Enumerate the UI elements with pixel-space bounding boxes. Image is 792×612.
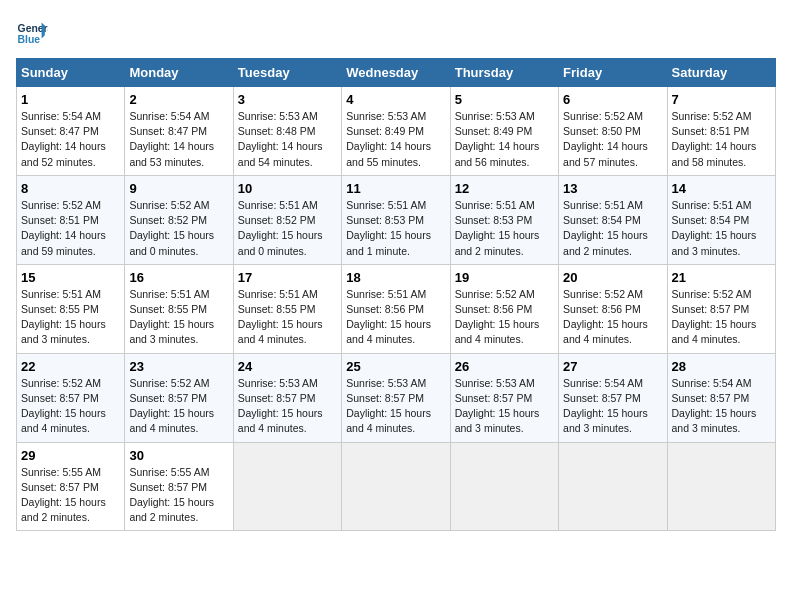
calendar-cell: 26Sunrise: 5:53 AMSunset: 8:57 PMDayligh… (450, 353, 558, 442)
calendar-cell: 21Sunrise: 5:52 AMSunset: 8:57 PMDayligh… (667, 264, 775, 353)
day-number: 30 (129, 448, 228, 463)
page-header: General Blue (16, 16, 776, 48)
day-info: Sunrise: 5:51 AMSunset: 8:52 PMDaylight:… (238, 198, 337, 259)
day-number: 14 (672, 181, 771, 196)
day-info: Sunrise: 5:54 AMSunset: 8:47 PMDaylight:… (21, 109, 120, 170)
day-info: Sunrise: 5:53 AMSunset: 8:57 PMDaylight:… (346, 376, 445, 437)
calendar-cell (559, 442, 667, 531)
logo: General Blue (16, 16, 54, 48)
day-info: Sunrise: 5:51 AMSunset: 8:53 PMDaylight:… (455, 198, 554, 259)
day-info: Sunrise: 5:53 AMSunset: 8:48 PMDaylight:… (238, 109, 337, 170)
day-number: 23 (129, 359, 228, 374)
day-number: 2 (129, 92, 228, 107)
calendar-cell: 27Sunrise: 5:54 AMSunset: 8:57 PMDayligh… (559, 353, 667, 442)
day-number: 22 (21, 359, 120, 374)
day-number: 5 (455, 92, 554, 107)
calendar-cell: 13Sunrise: 5:51 AMSunset: 8:54 PMDayligh… (559, 175, 667, 264)
day-number: 28 (672, 359, 771, 374)
day-info: Sunrise: 5:51 AMSunset: 8:55 PMDaylight:… (21, 287, 120, 348)
calendar-cell: 8Sunrise: 5:52 AMSunset: 8:51 PMDaylight… (17, 175, 125, 264)
day-info: Sunrise: 5:53 AMSunset: 8:57 PMDaylight:… (238, 376, 337, 437)
calendar-cell: 17Sunrise: 5:51 AMSunset: 8:55 PMDayligh… (233, 264, 341, 353)
day-number: 25 (346, 359, 445, 374)
logo-icon: General Blue (16, 16, 48, 48)
calendar-week-2: 8Sunrise: 5:52 AMSunset: 8:51 PMDaylight… (17, 175, 776, 264)
calendar-cell: 22Sunrise: 5:52 AMSunset: 8:57 PMDayligh… (17, 353, 125, 442)
calendar-cell: 12Sunrise: 5:51 AMSunset: 8:53 PMDayligh… (450, 175, 558, 264)
day-number: 27 (563, 359, 662, 374)
day-number: 20 (563, 270, 662, 285)
day-info: Sunrise: 5:51 AMSunset: 8:55 PMDaylight:… (238, 287, 337, 348)
day-info: Sunrise: 5:53 AMSunset: 8:49 PMDaylight:… (346, 109, 445, 170)
day-info: Sunrise: 5:51 AMSunset: 8:53 PMDaylight:… (346, 198, 445, 259)
day-number: 8 (21, 181, 120, 196)
col-header-friday: Friday (559, 59, 667, 87)
calendar-table: SundayMondayTuesdayWednesdayThursdayFrid… (16, 58, 776, 531)
day-number: 10 (238, 181, 337, 196)
day-info: Sunrise: 5:53 AMSunset: 8:49 PMDaylight:… (455, 109, 554, 170)
day-number: 19 (455, 270, 554, 285)
day-number: 15 (21, 270, 120, 285)
day-info: Sunrise: 5:53 AMSunset: 8:57 PMDaylight:… (455, 376, 554, 437)
day-info: Sunrise: 5:54 AMSunset: 8:47 PMDaylight:… (129, 109, 228, 170)
day-info: Sunrise: 5:52 AMSunset: 8:57 PMDaylight:… (672, 287, 771, 348)
day-info: Sunrise: 5:54 AMSunset: 8:57 PMDaylight:… (672, 376, 771, 437)
day-number: 7 (672, 92, 771, 107)
calendar-week-3: 15Sunrise: 5:51 AMSunset: 8:55 PMDayligh… (17, 264, 776, 353)
day-info: Sunrise: 5:52 AMSunset: 8:52 PMDaylight:… (129, 198, 228, 259)
day-number: 11 (346, 181, 445, 196)
calendar-cell: 7Sunrise: 5:52 AMSunset: 8:51 PMDaylight… (667, 87, 775, 176)
day-number: 12 (455, 181, 554, 196)
calendar-cell: 11Sunrise: 5:51 AMSunset: 8:53 PMDayligh… (342, 175, 450, 264)
calendar-cell: 18Sunrise: 5:51 AMSunset: 8:56 PMDayligh… (342, 264, 450, 353)
day-info: Sunrise: 5:54 AMSunset: 8:57 PMDaylight:… (563, 376, 662, 437)
day-info: Sunrise: 5:52 AMSunset: 8:57 PMDaylight:… (21, 376, 120, 437)
day-number: 21 (672, 270, 771, 285)
day-number: 4 (346, 92, 445, 107)
col-header-sunday: Sunday (17, 59, 125, 87)
day-number: 29 (21, 448, 120, 463)
svg-text:Blue: Blue (18, 34, 41, 45)
day-info: Sunrise: 5:55 AMSunset: 8:57 PMDaylight:… (129, 465, 228, 526)
day-info: Sunrise: 5:51 AMSunset: 8:55 PMDaylight:… (129, 287, 228, 348)
calendar-cell: 14Sunrise: 5:51 AMSunset: 8:54 PMDayligh… (667, 175, 775, 264)
calendar-cell: 16Sunrise: 5:51 AMSunset: 8:55 PMDayligh… (125, 264, 233, 353)
calendar-cell (342, 442, 450, 531)
calendar-week-1: 1Sunrise: 5:54 AMSunset: 8:47 PMDaylight… (17, 87, 776, 176)
day-number: 16 (129, 270, 228, 285)
calendar-cell: 1Sunrise: 5:54 AMSunset: 8:47 PMDaylight… (17, 87, 125, 176)
day-number: 24 (238, 359, 337, 374)
day-number: 9 (129, 181, 228, 196)
day-info: Sunrise: 5:51 AMSunset: 8:54 PMDaylight:… (672, 198, 771, 259)
day-number: 18 (346, 270, 445, 285)
calendar-cell: 28Sunrise: 5:54 AMSunset: 8:57 PMDayligh… (667, 353, 775, 442)
calendar-cell: 30Sunrise: 5:55 AMSunset: 8:57 PMDayligh… (125, 442, 233, 531)
calendar-cell: 6Sunrise: 5:52 AMSunset: 8:50 PMDaylight… (559, 87, 667, 176)
calendar-cell: 23Sunrise: 5:52 AMSunset: 8:57 PMDayligh… (125, 353, 233, 442)
day-info: Sunrise: 5:51 AMSunset: 8:54 PMDaylight:… (563, 198, 662, 259)
calendar-cell: 3Sunrise: 5:53 AMSunset: 8:48 PMDaylight… (233, 87, 341, 176)
calendar-cell: 2Sunrise: 5:54 AMSunset: 8:47 PMDaylight… (125, 87, 233, 176)
col-header-tuesday: Tuesday (233, 59, 341, 87)
day-number: 3 (238, 92, 337, 107)
calendar-cell: 20Sunrise: 5:52 AMSunset: 8:56 PMDayligh… (559, 264, 667, 353)
calendar-cell: 15Sunrise: 5:51 AMSunset: 8:55 PMDayligh… (17, 264, 125, 353)
day-info: Sunrise: 5:52 AMSunset: 8:56 PMDaylight:… (455, 287, 554, 348)
calendar-cell: 24Sunrise: 5:53 AMSunset: 8:57 PMDayligh… (233, 353, 341, 442)
day-info: Sunrise: 5:52 AMSunset: 8:56 PMDaylight:… (563, 287, 662, 348)
col-header-thursday: Thursday (450, 59, 558, 87)
calendar-week-4: 22Sunrise: 5:52 AMSunset: 8:57 PMDayligh… (17, 353, 776, 442)
calendar-cell: 10Sunrise: 5:51 AMSunset: 8:52 PMDayligh… (233, 175, 341, 264)
day-info: Sunrise: 5:55 AMSunset: 8:57 PMDaylight:… (21, 465, 120, 526)
day-info: Sunrise: 5:52 AMSunset: 8:51 PMDaylight:… (21, 198, 120, 259)
col-header-saturday: Saturday (667, 59, 775, 87)
calendar-cell: 5Sunrise: 5:53 AMSunset: 8:49 PMDaylight… (450, 87, 558, 176)
day-number: 6 (563, 92, 662, 107)
day-info: Sunrise: 5:51 AMSunset: 8:56 PMDaylight:… (346, 287, 445, 348)
calendar-cell (667, 442, 775, 531)
day-number: 13 (563, 181, 662, 196)
day-number: 26 (455, 359, 554, 374)
day-number: 17 (238, 270, 337, 285)
day-number: 1 (21, 92, 120, 107)
calendar-cell: 9Sunrise: 5:52 AMSunset: 8:52 PMDaylight… (125, 175, 233, 264)
